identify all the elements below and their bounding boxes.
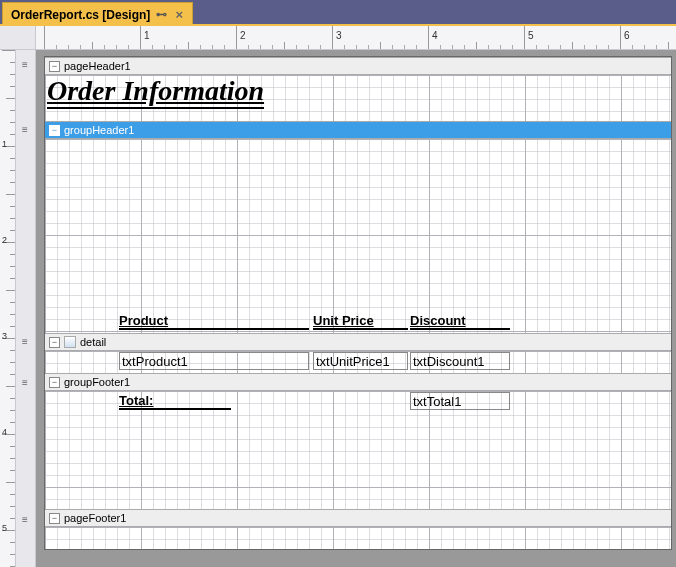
ruler-number: 2 (240, 30, 246, 41)
section-grip-column: ≡≡≡≡≡ (16, 50, 36, 567)
section-grip-icon[interactable]: ≡ (18, 58, 32, 72)
section-grip-icon[interactable]: ≡ (18, 335, 32, 349)
body-row: 1234567 ≡≡≡≡≡ − pageHeader1 Order Inform… (0, 50, 676, 567)
band-name: pageFooter1 (64, 512, 126, 524)
ruler-corner (0, 26, 36, 49)
tab-active[interactable]: OrderReport.cs [Design] ⊷ × (2, 2, 193, 24)
vertical-ruler[interactable]: 1234567 (0, 50, 16, 567)
tab-strip: OrderReport.cs [Design] ⊷ × (0, 0, 676, 24)
ruler-number: 5 (528, 30, 534, 41)
band-header-detail[interactable]: − detail (45, 333, 671, 351)
collapse-icon[interactable]: − (49, 125, 60, 136)
ruler-number: 4 (432, 30, 438, 41)
horizontal-ruler[interactable]: 1234567 (36, 26, 676, 49)
pin-icon[interactable]: ⊷ (154, 8, 168, 22)
total-field[interactable]: txtTotal1 (410, 392, 510, 410)
report-surface[interactable]: − pageHeader1 Order Information − groupH… (44, 56, 672, 550)
collapse-icon[interactable]: − (49, 377, 60, 388)
band-name: detail (80, 336, 106, 348)
band-name: pageHeader1 (64, 60, 131, 72)
ruler-number: 1 (144, 30, 150, 41)
section-page-footer[interactable]: − pageFooter1 (45, 509, 671, 549)
section-group-footer[interactable]: − groupFooter1 Total:txtTotal1 (45, 373, 671, 509)
section-grip-icon[interactable]: ≡ (18, 123, 32, 137)
detail-field[interactable]: txtProduct1 (119, 352, 309, 370)
collapse-icon[interactable]: − (49, 337, 60, 348)
collapse-icon[interactable]: − (49, 513, 60, 524)
total-label[interactable]: Total: (119, 393, 231, 410)
band-header-group-footer[interactable]: − groupFooter1 (45, 373, 671, 391)
column-header-label[interactable]: Unit Price (313, 313, 408, 330)
section-group-header[interactable]: − groupHeader1 ProductUnit PriceDiscount (45, 121, 671, 333)
detail-band-icon (64, 336, 76, 348)
designer-frame: 1234567 1234567 ≡≡≡≡≡ − pageHeader1 Orde… (0, 24, 676, 567)
report-title-label[interactable]: Order Information (47, 75, 264, 109)
column-header-label[interactable]: Discount (410, 313, 510, 330)
band-header-group-header[interactable]: − groupHeader1 (45, 121, 671, 139)
close-icon[interactable]: × (172, 8, 186, 22)
band-name: groupHeader1 (64, 124, 134, 136)
column-header-label[interactable]: Product (119, 313, 309, 330)
band-content-group-footer[interactable]: Total:txtTotal1 (45, 391, 671, 509)
design-area[interactable]: − pageHeader1 Order Information − groupH… (36, 50, 676, 567)
detail-field[interactable]: txtDiscount1 (410, 352, 510, 370)
section-grip-icon[interactable]: ≡ (18, 376, 32, 390)
section-detail[interactable]: − detail txtProduct1txtUnitPrice1txtDisc… (45, 333, 671, 373)
band-content-page-header[interactable]: Order Information (45, 75, 671, 121)
collapse-icon[interactable]: − (49, 61, 60, 72)
band-header-page-header[interactable]: − pageHeader1 (45, 57, 671, 75)
band-content-group-header[interactable]: ProductUnit PriceDiscount (45, 139, 671, 333)
band-content-page-footer[interactable] (45, 527, 671, 549)
ruler-number: 6 (624, 30, 630, 41)
ruler-number: 3 (336, 30, 342, 41)
band-content-detail[interactable]: txtProduct1txtUnitPrice1txtDiscount1 (45, 351, 671, 373)
section-page-header[interactable]: − pageHeader1 Order Information (45, 57, 671, 121)
band-name: groupFooter1 (64, 376, 130, 388)
ruler-row: 1234567 (0, 26, 676, 50)
section-grip-icon[interactable]: ≡ (18, 513, 32, 527)
detail-field[interactable]: txtUnitPrice1 (313, 352, 408, 370)
band-header-page-footer[interactable]: − pageFooter1 (45, 509, 671, 527)
tab-label: OrderReport.cs [Design] (11, 8, 150, 22)
